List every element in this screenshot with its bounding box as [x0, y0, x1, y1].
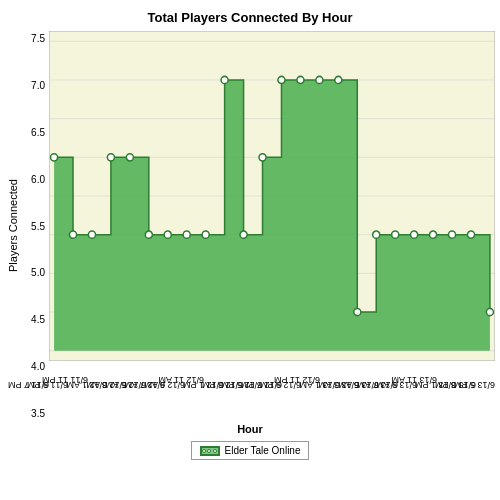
- svg-point-15: [145, 231, 152, 238]
- y-tick: 5.5: [31, 221, 45, 232]
- legend-label: Elder Tale Online: [225, 445, 301, 456]
- svg-point-19: [221, 76, 228, 83]
- x-axis-label: Hour: [237, 423, 263, 435]
- legend-dot-2: [207, 449, 211, 453]
- svg-point-20: [240, 231, 247, 238]
- chart-area: Players Connected 7.57.06.56.05.55.04.54…: [5, 31, 495, 421]
- svg-point-14: [126, 154, 133, 161]
- legend-icon: [200, 446, 220, 456]
- svg-point-28: [392, 231, 399, 238]
- svg-point-24: [316, 76, 323, 83]
- svg-point-23: [297, 76, 304, 83]
- legend-dot-3: [213, 449, 217, 453]
- y-tick: 4.0: [31, 361, 45, 372]
- svg-point-27: [373, 231, 380, 238]
- plot-area: [49, 31, 495, 361]
- y-tick: 4.5: [31, 314, 45, 325]
- y-tick: 6.0: [31, 174, 45, 185]
- svg-point-12: [88, 231, 95, 238]
- svg-point-33: [486, 308, 493, 315]
- svg-point-31: [448, 231, 455, 238]
- svg-point-32: [467, 231, 474, 238]
- svg-point-22: [278, 76, 285, 83]
- y-tick: 7.0: [31, 80, 45, 91]
- svg-point-29: [411, 231, 418, 238]
- chart-container: Total Players Connected By Hour Players …: [0, 0, 500, 500]
- svg-point-10: [51, 154, 58, 161]
- svg-point-18: [202, 231, 209, 238]
- svg-point-17: [183, 231, 190, 238]
- legend-dot-1: [202, 449, 206, 453]
- y-tick: 3.5: [31, 408, 45, 419]
- plot-and-x: 6/11 7 PM6/11 9 PM6/11 11 PM6/12 1 AM6/1…: [49, 31, 495, 421]
- svg-point-30: [430, 231, 437, 238]
- svg-point-13: [107, 154, 114, 161]
- x-axis-ticks: 6/11 7 PM6/11 9 PM6/11 11 PM6/12 1 AM6/1…: [49, 361, 495, 421]
- chart-title: Total Players Connected By Hour: [148, 10, 353, 25]
- svg-point-25: [335, 76, 342, 83]
- bottom-section: Hour Elder Tale Online: [5, 421, 495, 460]
- svg-point-16: [164, 231, 171, 238]
- y-tick: 5.0: [31, 267, 45, 278]
- y-tick: 7.5: [31, 33, 45, 44]
- y-tick: 6.5: [31, 127, 45, 138]
- svg-point-21: [259, 154, 266, 161]
- x-tick: 6/13 5 PM: [454, 380, 495, 390]
- svg-point-11: [69, 231, 76, 238]
- y-axis-label: Players Connected: [5, 31, 21, 421]
- y-ticks: 7.57.06.56.05.55.04.54.03.5: [21, 31, 49, 421]
- legend: Elder Tale Online: [191, 441, 310, 460]
- svg-point-26: [354, 308, 361, 315]
